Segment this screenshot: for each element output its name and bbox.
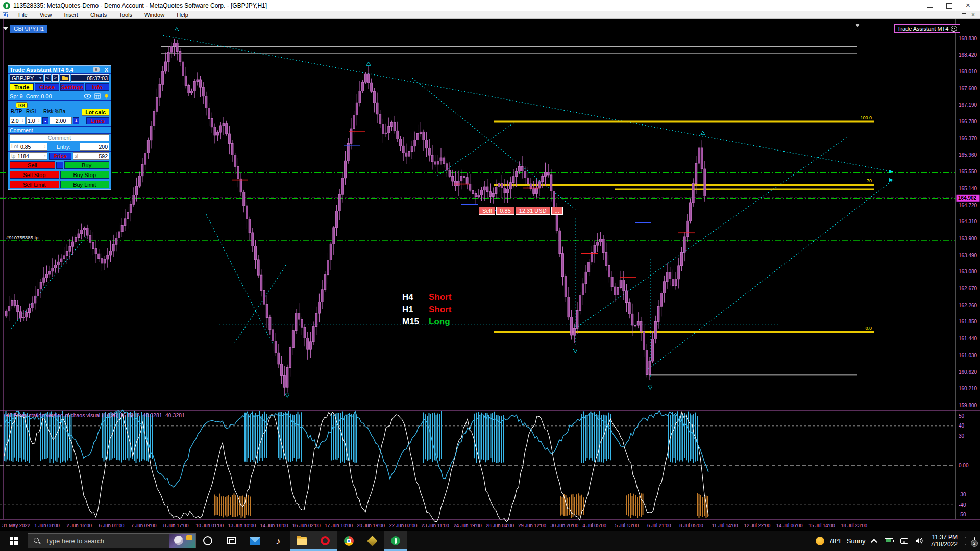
svg-text:-40: -40: [959, 502, 966, 508]
tray-expand-icon[interactable]: [871, 539, 877, 545]
trade-assistant-panel: Trade Assistant MT4 9.4 X GBPJPY▾ < > 05…: [8, 65, 111, 190]
rtp-label: R/TP: [11, 109, 26, 116]
svg-text:162.260: 162.260: [959, 303, 977, 308]
weather-desc: Sunny: [847, 537, 866, 545]
panel-title-bar[interactable]: Trade Assistant MT4 9.4 X: [8, 66, 111, 73]
price-button[interactable]: Price: [49, 153, 71, 160]
risk-plus-button[interactable]: +: [73, 117, 79, 124]
taskbar-search[interactable]: Type here to search: [28, 533, 196, 548]
signal-row: M15Long: [402, 316, 451, 328]
menu-item-view[interactable]: View: [34, 12, 58, 18]
price-chart-canvas[interactable]: 100.0700.0168.830168.420168.010167.60016…: [0, 19, 980, 531]
menu-item-file[interactable]: File: [12, 12, 34, 18]
svg-text:H1 Forex station version of ch: H1 Forex station version of chaos visual…: [5, 412, 185, 418]
buy-button[interactable]: Buy: [64, 161, 110, 169]
sl-input[interactable]: sl592: [73, 152, 109, 160]
buy-limit-button[interactable]: Buy Limit: [60, 181, 110, 188]
rtp-input[interactable]: 2.0↕: [10, 117, 25, 124]
cast-icon[interactable]: [900, 538, 908, 544]
calendar-icon[interactable]: [94, 93, 101, 99]
minimize-button[interactable]: [927, 3, 933, 9]
taskbar-chrome-icon[interactable]: [337, 531, 360, 551]
taskbar-file-explorer-icon[interactable]: [290, 531, 313, 551]
chart-minimize-button[interactable]: [952, 13, 957, 17]
search-highlight-decoration[interactable]: [169, 534, 195, 548]
rr-chip: RR: [16, 102, 28, 108]
battery-icon[interactable]: [885, 538, 893, 543]
sell-button[interactable]: Sell: [10, 161, 55, 169]
chart-area[interactable]: 100.0700.0168.830168.420168.010167.60016…: [0, 19, 980, 531]
sell-stop-button[interactable]: Sell Stop: [10, 171, 59, 179]
menu-item-insert[interactable]: Insert: [58, 12, 84, 18]
server-time-field[interactable]: 05:37:03: [71, 74, 109, 82]
symbol-select[interactable]: GBPJPY▾: [10, 74, 43, 82]
taskbar-mt4-icon[interactable]: [384, 531, 407, 551]
svg-text:167.190: 167.190: [959, 102, 977, 108]
entry-input[interactable]: 200: [80, 143, 109, 151]
sell-limit-button[interactable]: Sell Limit: [10, 181, 59, 188]
buy-stop-button[interactable]: Buy Stop: [60, 171, 110, 179]
panel-tab-trade[interactable]: Trade: [10, 83, 34, 91]
svg-text:24 Jun 19:00: 24 Jun 19:00: [454, 522, 482, 528]
one-click-trading-arrow[interactable]: [3, 27, 8, 30]
tp-input[interactable]: tp1184↕: [10, 152, 47, 160]
svg-text:5 Jul 13:00: 5 Jul 13:00: [615, 522, 639, 528]
opera-icon: [321, 536, 330, 545]
panel-tab-close[interactable]: Close: [35, 83, 59, 91]
next-symbol-button[interactable]: >: [52, 74, 59, 82]
taskbar-app-icon[interactable]: [360, 531, 384, 551]
svg-text:159.800: 159.800: [959, 403, 977, 408]
rsl-input[interactable]: 1.0↕: [26, 117, 41, 124]
sad-face-icon[interactable]: [951, 26, 957, 32]
eye-icon[interactable]: [84, 94, 91, 99]
maximize-button[interactable]: [946, 3, 952, 9]
taskbar-music-icon[interactable]: ♪: [266, 531, 290, 551]
menu-items: FileViewInsertChartsToolsWindowHelp: [12, 12, 194, 18]
lot-calc-button[interactable]: Lot calc: [82, 109, 109, 116]
svg-text:160.620: 160.620: [959, 369, 977, 375]
start-button[interactable]: [0, 531, 28, 551]
swap-box[interactable]: [56, 162, 63, 169]
lot-input[interactable]: Lot0.85↕: [10, 143, 47, 151]
signal-row: H4Short: [402, 291, 451, 304]
chart-icon: [3, 12, 8, 17]
taskbar-task-view-icon[interactable]: [219, 531, 243, 551]
market-buttons-row: Sell Buy: [8, 160, 111, 170]
comment-input[interactable]: Comment: [10, 134, 109, 141]
svg-text:30 Jun 20:00: 30 Jun 20:00: [550, 522, 578, 528]
prev-symbol-button[interactable]: <: [44, 74, 51, 82]
menu-item-charts[interactable]: Charts: [84, 12, 113, 18]
taskbar-mail-icon[interactable]: [243, 531, 266, 551]
open-position-badge[interactable]: Sell0.8512.31 USD...: [479, 207, 564, 215]
svg-text:15 Jul 14:00: 15 Jul 14:00: [808, 522, 835, 528]
symbol-tab[interactable]: GBPJPY,H1: [10, 25, 47, 33]
bell-icon[interactable]: [104, 93, 109, 99]
close-button[interactable]: ×: [966, 3, 972, 9]
position-badge-segment: Sell: [479, 207, 495, 215]
svg-text:4 Jul 05:00: 4 Jul 05:00: [583, 522, 606, 528]
menu-item-help[interactable]: Help: [170, 12, 194, 18]
trade-assistant-overlay-label: Trade Assistant MT4: [897, 26, 948, 32]
panel-tab-settings[interactable]: Settings: [60, 83, 84, 91]
chart-close-button[interactable]: ×: [971, 13, 976, 17]
file-explorer-icon: [297, 537, 307, 545]
panel-tab-info[interactable]: Info: [85, 83, 109, 91]
chart-restore-button[interactable]: [962, 13, 966, 17]
mt4-window: 113528335: MetaQuotes-Demo - Demo Accoun…: [0, 0, 980, 551]
menu-item-tools[interactable]: Tools: [113, 12, 138, 18]
tray-clock[interactable]: 11:37 PM 7/18/2022: [930, 534, 958, 548]
camera-icon[interactable]: [93, 67, 100, 72]
speaker-icon[interactable]: [915, 537, 923, 544]
lines-button[interactable]: Lines: [86, 117, 109, 124]
taskbar-opera-icon[interactable]: [313, 531, 337, 551]
svg-text:18 Jul 23:00: 18 Jul 23:00: [841, 522, 867, 528]
menu-item-window[interactable]: Window: [138, 12, 170, 18]
weather-widget[interactable]: 78°F Sunny: [816, 537, 866, 545]
panel-close-button[interactable]: X: [104, 67, 109, 73]
folder-icon[interactable]: [60, 74, 70, 82]
notification-icon[interactable]: 2: [965, 537, 975, 545]
risk-minus-button[interactable]: -: [42, 117, 48, 124]
risk-input[interactable]: 2.00: [50, 117, 72, 124]
taskbar-cortana-icon[interactable]: [196, 531, 219, 551]
svg-text:-30: -30: [959, 492, 966, 497]
